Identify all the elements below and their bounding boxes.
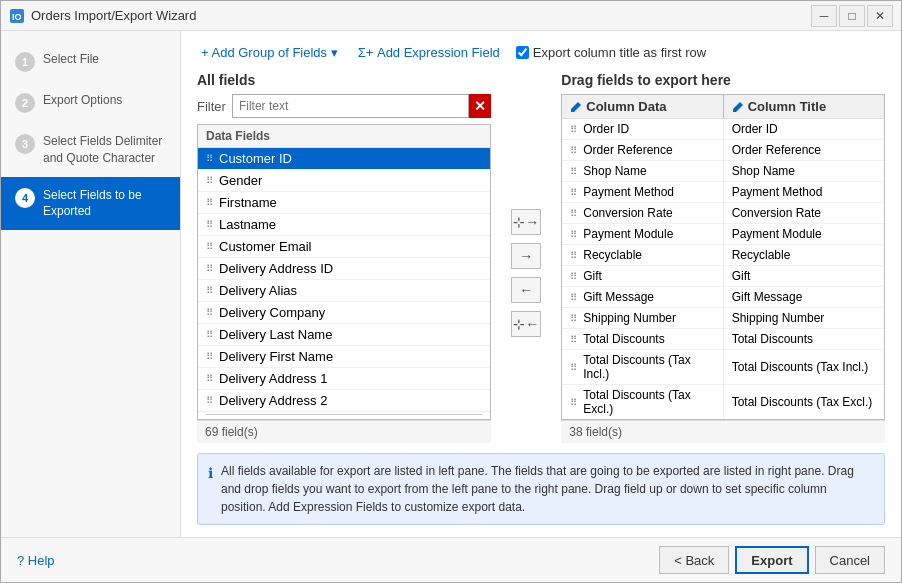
export-title-cell: Order Reference (724, 140, 884, 160)
export-data-cell: ⠿Total Discounts (562, 329, 723, 349)
table-row[interactable]: ⠿Payment Module Payment Module (562, 224, 884, 245)
svg-text:IO: IO (12, 12, 22, 22)
title-bar-left: IO Orders Import/Export Wizard (9, 8, 196, 24)
table-row[interactable]: ⠿Payment Method Payment Method (562, 182, 884, 203)
export-data-cell: ⠿Total Discounts (Tax Incl.) (562, 350, 723, 384)
remove-all-button[interactable]: ⊹← (511, 311, 541, 337)
drag-icon: ⠿ (570, 229, 577, 240)
table-row[interactable]: ⠿Conversion Rate Conversion Rate (562, 203, 884, 224)
list-item[interactable]: ⠿ Delivery Alias (198, 280, 490, 302)
list-item[interactable]: ⠿ Firstname (198, 192, 490, 214)
filter-label: Filter (197, 99, 226, 114)
drag-icon: ⠿ (570, 292, 577, 303)
sidebar-step-3[interactable]: 3 Select Fields Delimiter and Quote Char… (1, 123, 180, 177)
all-fields-title: All fields (197, 72, 491, 88)
table-row[interactable]: ⠿Shipping Number Shipping Number (562, 308, 884, 329)
minimize-button[interactable]: ─ (811, 5, 837, 27)
drag-icon: ⠿ (206, 241, 213, 252)
step-num-4: 4 (15, 188, 35, 208)
list-item[interactable]: ⠿ Delivery Company (198, 302, 490, 324)
export-button[interactable]: Export (735, 546, 808, 574)
table-row[interactable]: ⠿Order Reference Order Reference (562, 140, 884, 161)
drag-icon: ⠿ (206, 219, 213, 230)
close-button[interactable]: ✕ (867, 5, 893, 27)
add-expression-button[interactable]: Σ+ Add Expression Field (354, 43, 504, 62)
info-text: All fields available for export are list… (221, 462, 874, 516)
step-label-3: Select Fields Delimiter and Quote Charac… (43, 133, 166, 167)
sidebar-step-4[interactable]: 4 Select Fields to be Exported (1, 177, 180, 231)
app-icon: IO (9, 8, 25, 24)
drag-icon: ⠿ (206, 285, 213, 296)
title-bar: IO Orders Import/Export Wizard ─ □ ✕ (1, 1, 901, 31)
drag-icon: ⠿ (570, 397, 577, 408)
panels: All fields Filter ✕ Data Fields ⠿ Custom… (197, 72, 885, 443)
title-bar-controls: ─ □ ✕ (811, 5, 893, 27)
list-item[interactable]: ⠿ Gender (198, 170, 490, 192)
content-area: + Add Group of Fields ▾ Σ+ Add Expressio… (181, 31, 901, 537)
list-item[interactable]: ⠿ Delivery Address 2 (198, 390, 490, 412)
list-item[interactable]: ⠿ Customer ID (198, 148, 490, 170)
export-title-cell: Total Discounts (Tax Incl.) (724, 350, 884, 384)
export-fields-list: ⠿Order ID Order ID ⠿Order Reference Orde… (561, 119, 885, 420)
export-title-cell: Gift (724, 266, 884, 286)
list-item[interactable]: ⠿ Lastname (198, 214, 490, 236)
help-button[interactable]: ? Help (17, 553, 55, 568)
export-data-cell: ⠿Shop Name (562, 161, 723, 181)
table-row[interactable]: ⠿Order ID Order ID (562, 119, 884, 140)
table-row[interactable]: ⠿Gift Gift (562, 266, 884, 287)
maximize-button[interactable]: □ (839, 5, 865, 27)
export-data-cell: ⠿Order ID (562, 119, 723, 139)
add-group-button[interactable]: + Add Group of Fields ▾ (197, 43, 342, 62)
table-row[interactable]: ⠿Total Discounts (Tax Incl.) Total Disco… (562, 350, 884, 385)
list-item[interactable]: ⠿ Delivery Address ID (198, 258, 490, 280)
drag-icon: ⠿ (206, 307, 213, 318)
export-data-cell: ⠿Conversion Rate (562, 203, 723, 223)
sidebar-step-2[interactable]: 2 Export Options (1, 82, 180, 123)
add-all-button[interactable]: → (511, 243, 541, 269)
drag-icon: ⠿ (570, 334, 577, 345)
export-header: Column Data Column Title (561, 94, 885, 119)
export-column-checkbox-label[interactable]: Export column title as first row (516, 45, 706, 60)
add-selected-button[interactable]: ⊹→ (511, 209, 541, 235)
back-button[interactable]: < Back (659, 546, 729, 574)
remove-selected-button[interactable]: ← (511, 277, 541, 303)
sidebar: 1 Select File 2 Export Options 3 Select … (1, 31, 181, 537)
export-title-cell: Shipping Number (724, 308, 884, 328)
drag-icon: ⠿ (206, 373, 213, 384)
export-title-cell: Payment Method (724, 182, 884, 202)
table-row[interactable]: ⠿Recyclable Recyclable (562, 245, 884, 266)
export-title-cell: Order ID (724, 119, 884, 139)
step-num-1: 1 (15, 52, 35, 72)
list-item[interactable]: ⠿ Delivery Address 1 (198, 368, 490, 390)
toolbar: + Add Group of Fields ▾ Σ+ Add Expressio… (197, 43, 885, 62)
export-fields-panel: Drag fields to export here Column Data C… (561, 72, 885, 443)
step-label-2: Export Options (43, 92, 122, 109)
list-item[interactable]: ⠿ Delivery Last Name (198, 324, 490, 346)
filter-input[interactable] (232, 94, 469, 118)
list-item[interactable]: ⠿ Delivery First Name (198, 346, 490, 368)
table-row[interactable]: ⠿Total Discounts Total Discounts (562, 329, 884, 350)
drag-icon: ⠿ (570, 124, 577, 135)
drag-icon: ⠿ (570, 250, 577, 261)
export-data-cell: ⠿Gift Message (562, 287, 723, 307)
drag-icon: ⠿ (570, 166, 577, 177)
sidebar-step-1[interactable]: 1 Select File (1, 41, 180, 82)
export-data-cell: ⠿Order Reference (562, 140, 723, 160)
cancel-button[interactable]: Cancel (815, 546, 885, 574)
list-item[interactable]: ⠿ Customer Email (198, 236, 490, 258)
filter-clear-button[interactable]: ✕ (469, 94, 491, 118)
window-title: Orders Import/Export Wizard (31, 8, 196, 23)
export-column-checkbox[interactable] (516, 46, 529, 59)
bottom-buttons: < Back Export Cancel (659, 546, 885, 574)
export-title-cell: Recyclable (724, 245, 884, 265)
drag-icon: ⠿ (570, 208, 577, 219)
table-row[interactable]: ⠿Shop Name Shop Name (562, 161, 884, 182)
drag-icon: ⠿ (570, 271, 577, 282)
all-fields-list: Data Fields ⠿ Customer ID ⠿ Gender ⠿ Fir… (197, 124, 491, 420)
table-row[interactable]: ⠿Total Discounts (Tax Excl.) Total Disco… (562, 385, 884, 420)
column-data-header: Column Data (562, 95, 723, 118)
drag-icon: ⠿ (206, 329, 213, 340)
export-title-cell: Conversion Rate (724, 203, 884, 223)
step-num-2: 2 (15, 93, 35, 113)
table-row[interactable]: ⠿Gift Message Gift Message (562, 287, 884, 308)
